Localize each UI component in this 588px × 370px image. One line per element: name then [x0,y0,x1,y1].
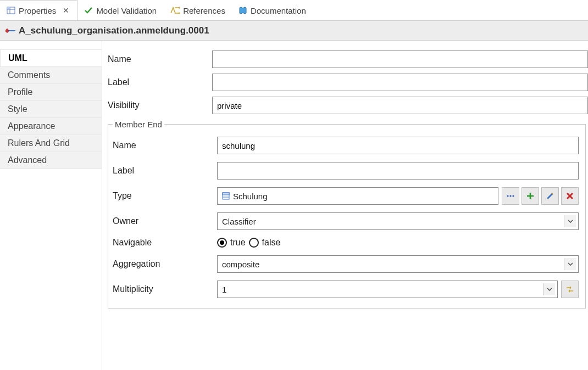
svg-point-5 [179,12,180,14]
row-me-type: Type Schulung [113,187,579,205]
properties-icon [7,6,15,15]
type-button-row [502,187,579,205]
member-end-group: Member End Name Label Type Schulung [108,120,586,309]
sidebar-item-profile[interactable]: Profile [0,84,102,101]
pencil-icon [546,192,554,200]
row-me-owner: Owner Classifier [113,212,579,230]
row-me-aggregation: Aggregation composite [113,255,579,273]
row-label: Label [108,74,588,91]
sidebar-item-label: Profile [8,87,32,97]
name-field[interactable] [212,51,588,68]
radio-label: true [230,238,246,248]
sidebar-item-advanced[interactable]: Advanced [0,152,102,169]
plus-icon [526,192,534,200]
row-visibility: Visibility [108,97,588,114]
radio-icon [217,238,227,248]
me-name-label: Name [113,141,217,150]
multiplicity-swap-button[interactable] [561,281,579,298]
svg-point-4 [179,7,180,8]
form-area: Name Label Visibility Member End Name La… [102,41,588,370]
body: UML Comments Profile Style Appearance Ru… [0,41,588,370]
navigable-false-radio[interactable]: false [249,238,281,248]
me-label-field[interactable] [217,162,579,180]
me-aggregation-combo[interactable]: composite [217,255,579,273]
sidebar: UML Comments Profile Style Appearance Ru… [0,41,102,370]
element-title-bar: A_schulung_organisation.anmeldung.0001 [0,21,588,41]
sidebar-item-label: Comments [8,70,50,80]
visibility-field[interactable] [212,97,588,114]
navigable-true-radio[interactable]: true [217,238,246,248]
sidebar-item-appearance[interactable]: Appearance [0,118,102,135]
association-icon [5,27,15,35]
chevron-down-icon [564,258,576,270]
name-label: Name [108,54,212,64]
chevron-down-icon [543,283,555,295]
tab-documentation[interactable]: Documentation [232,0,313,20]
element-title: A_schulung_organisation.anmeldung.0001 [19,25,209,36]
swap-icon [565,285,574,293]
tab-label: References [183,6,225,15]
svg-point-13 [512,195,514,197]
edit-button[interactable] [541,187,559,205]
sidebar-item-label: Style [8,104,27,114]
label-label: Label [108,77,212,87]
radio-label: false [262,238,281,248]
sidebar-item-uml[interactable]: UML [0,49,102,67]
tab-properties[interactable]: Properties ✕ [0,0,77,20]
me-owner-label: Owner [113,216,217,226]
references-icon [170,6,180,15]
me-label-label: Label [113,166,217,176]
check-icon [84,6,93,15]
tab-model-validation[interactable]: Model Validation [77,0,163,20]
svg-rect-3 [7,7,10,9]
row-me-label: Label [113,162,579,180]
label-field[interactable] [212,74,588,91]
me-aggregation-value: composite [222,260,259,269]
ellipsis-icon [506,194,515,198]
row-me-multiplicity: Multiplicity 1 [113,281,579,298]
chevron-down-icon [564,215,576,227]
me-owner-value: Classifier [222,217,256,226]
tab-label: Properties [19,6,56,15]
documentation-icon [238,6,247,15]
sidebar-item-style[interactable]: Style [0,101,102,118]
sidebar-item-label: UML [8,53,27,63]
sidebar-item-label: Rulers And Grid [8,138,70,148]
me-aggregation-label: Aggregation [113,259,217,269]
row-me-name: Name [113,137,579,154]
sidebar-item-label: Appearance [8,121,55,131]
add-button[interactable] [522,187,539,205]
sidebar-item-label: Advanced [8,155,47,165]
svg-point-11 [507,195,508,197]
visibility-label: Visibility [108,100,212,110]
me-name-field[interactable] [217,137,579,154]
delete-button[interactable] [561,187,579,205]
me-owner-combo[interactable]: Classifier [217,212,579,230]
close-icon[interactable]: ✕ [62,6,70,15]
radio-icon [249,238,259,248]
me-navigable-label: Navigable [113,238,217,248]
tab-label: Documentation [251,6,306,15]
sidebar-item-comments[interactable]: Comments [0,67,102,84]
svg-rect-9 [223,193,229,195]
me-type-value: Schulung [233,192,268,201]
row-me-navigable: Navigable true false [113,238,579,248]
browse-button[interactable] [502,187,519,205]
class-icon [222,192,230,200]
me-multiplicity-value: 1 [222,285,226,294]
me-multiplicity-label: Multiplicity [113,284,217,294]
row-name: Name [108,51,588,68]
sidebar-item-rulers-and-grid[interactable]: Rulers And Grid [0,135,102,152]
me-multiplicity-combo[interactable]: 1 [217,281,558,298]
svg-point-12 [509,195,511,197]
x-icon [566,192,574,200]
tab-strip: Properties ✕ Model Validation References… [0,0,588,21]
me-type-display[interactable]: Schulung [217,187,498,205]
tab-references[interactable]: References [163,0,232,20]
member-end-legend: Member End [113,120,164,129]
me-type-label: Type [113,191,217,201]
tab-label: Model Validation [96,6,157,15]
